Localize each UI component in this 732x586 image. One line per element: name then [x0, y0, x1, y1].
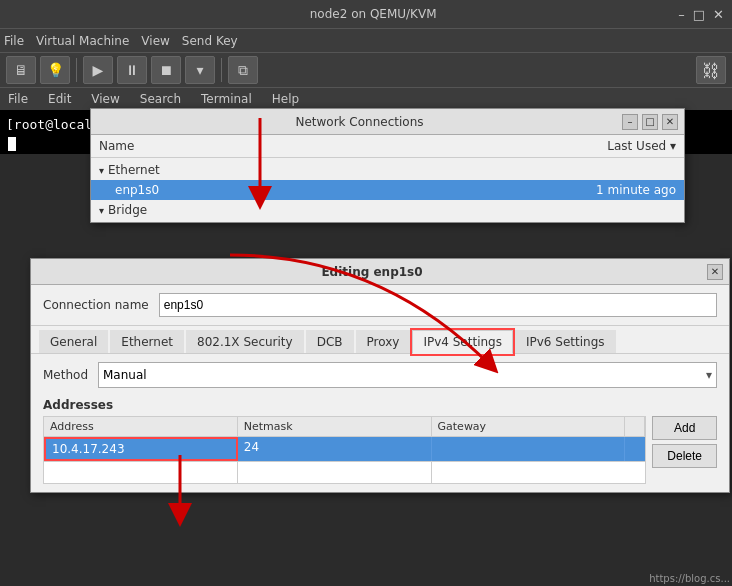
tab-dcb[interactable]: DCB: [306, 330, 354, 353]
ethernet-arrow: ▾: [99, 165, 104, 176]
net-conn-maximize[interactable]: □: [642, 114, 658, 130]
addr-cell-spacer: [625, 437, 645, 461]
app-menu-terminal[interactable]: Terminal: [197, 91, 256, 107]
tabs-bar: General Ethernet 802.1X Security DCB Pro…: [31, 326, 729, 354]
nc-item-time: 1 minute ago: [596, 183, 676, 197]
menu-send-key[interactable]: Send Key: [182, 34, 238, 48]
tab-ipv4[interactable]: IPv4 Settings: [412, 330, 513, 354]
delete-button[interactable]: Delete: [652, 444, 717, 468]
addr-col-spacer: [625, 417, 645, 436]
tab-ipv6[interactable]: IPv6 Settings: [515, 330, 616, 353]
addr-cell-netmask: 24: [238, 437, 432, 461]
addr-header-row: Address Netmask Gateway: [43, 416, 646, 437]
app-menu-bar: File Edit View Search Terminal Help: [0, 88, 732, 110]
toolbar-bulb-btn[interactable]: 💡: [40, 56, 70, 84]
toolbar-play-btn[interactable]: ▶: [83, 56, 113, 84]
network-connections-window: Network Connections – □ ✕ Name Last Used…: [90, 108, 685, 223]
empty-gateway[interactable]: [432, 462, 626, 483]
window-controls[interactable]: – □ ✕: [678, 7, 724, 22]
addr-col-netmask: Netmask: [238, 417, 432, 436]
ipv4-content: Method Manual ▾ Addresses Address Netmas…: [31, 354, 729, 492]
nc-list: ▾ Ethernet enp1s0 1 minute ago ▾ Bridge: [91, 158, 684, 222]
toolbar-network-btn[interactable]: ⛓: [696, 56, 726, 84]
addresses-label: Addresses: [43, 398, 717, 412]
empty-addr[interactable]: [44, 462, 238, 483]
net-conn-controls[interactable]: – □ ✕: [622, 114, 678, 130]
net-conn-title: Network Connections: [97, 115, 622, 129]
addr-table-wrapper: Address Netmask Gateway 10.4.17.243 24: [43, 416, 646, 484]
editing-close[interactable]: ✕: [707, 264, 723, 280]
addr-col-gateway: Gateway: [432, 417, 626, 436]
app-menu-help[interactable]: Help: [268, 91, 303, 107]
method-value: Manual: [103, 368, 147, 382]
toolbar-separator-2: [221, 58, 222, 82]
menu-file[interactable]: File: [4, 34, 24, 48]
conn-name-input[interactable]: [159, 293, 717, 317]
title-bar: node2 on QEMU/KVM – □ ✕: [0, 0, 732, 28]
toolbar-screenshot-btn[interactable]: ⧉: [228, 56, 258, 84]
editing-titlebar: Editing enp1s0 ✕: [31, 259, 729, 285]
app-menu-view[interactable]: View: [87, 91, 123, 107]
window-title: node2 on QEMU/KVM: [68, 7, 678, 21]
tab-proxy[interactable]: Proxy: [356, 330, 411, 353]
addr-buttons: Add Delete: [646, 416, 717, 468]
tab-8021x[interactable]: 802.1X Security: [186, 330, 304, 353]
nc-group-ethernet-header: ▾ Ethernet: [91, 160, 684, 180]
tab-general[interactable]: General: [39, 330, 108, 353]
nc-group-bridge-label: Bridge: [108, 203, 147, 217]
table-row[interactable]: 10.4.17.243 24: [43, 437, 646, 462]
tab-ethernet[interactable]: Ethernet: [110, 330, 184, 353]
empty-spacer: [625, 462, 645, 483]
method-label: Method: [43, 368, 88, 382]
app-menu-file[interactable]: File: [4, 91, 32, 107]
addresses-section: Addresses Address Netmask Gateway 10.4.1…: [43, 398, 717, 484]
menu-virtual-machine[interactable]: Virtual Machine: [36, 34, 129, 48]
empty-netmask[interactable]: [238, 462, 432, 483]
minimize-button[interactable]: –: [678, 7, 685, 22]
nc-group-ethernet-label: Ethernet: [108, 163, 160, 177]
nc-col-last-used: Last Used ▾: [607, 139, 676, 153]
terminal-cursor: [8, 137, 16, 151]
addr-col-address: Address: [44, 417, 238, 436]
vm-menu-bar: File Virtual Machine View Send Key: [0, 28, 732, 52]
app-menu-edit[interactable]: Edit: [44, 91, 75, 107]
add-button[interactable]: Add: [652, 416, 717, 440]
net-conn-minimize[interactable]: –: [622, 114, 638, 130]
addr-table-with-buttons: Address Netmask Gateway 10.4.17.243 24: [43, 416, 717, 484]
toolbar-monitor-btn[interactable]: 🖥: [6, 56, 36, 84]
close-button[interactable]: ✕: [713, 7, 724, 22]
watermark: https://blog.cs...: [649, 573, 730, 584]
bridge-arrow: ▾: [99, 205, 104, 216]
app-menu-search[interactable]: Search: [136, 91, 185, 107]
menu-view[interactable]: View: [141, 34, 169, 48]
conn-name-label: Connection name: [43, 298, 149, 312]
addr-empty-row: [43, 462, 646, 484]
dropdown-arrow-icon: ▾: [706, 368, 712, 382]
method-select[interactable]: Manual ▾: [98, 362, 717, 388]
method-row: Method Manual ▾: [43, 362, 717, 388]
editing-controls[interactable]: ✕: [707, 264, 723, 280]
maximize-button[interactable]: □: [693, 7, 705, 22]
nc-group-bridge-header: ▾ Bridge: [91, 200, 684, 220]
toolbar-separator: [76, 58, 77, 82]
net-conn-close[interactable]: ✕: [662, 114, 678, 130]
nc-col-name: Name: [99, 139, 134, 153]
editing-window: Editing enp1s0 ✕ Connection name General…: [30, 258, 730, 493]
nc-item-name: enp1s0: [115, 183, 159, 197]
editing-title: Editing enp1s0: [37, 265, 707, 279]
addr-cell-address: 10.4.17.243: [44, 437, 238, 461]
toolbar: 🖥 💡 ▶ ⏸ ⏹ ▾ ⧉ ⛓: [0, 52, 732, 88]
toolbar-stop-btn[interactable]: ⏹: [151, 56, 181, 84]
toolbar-dropdown-btn[interactable]: ▾: [185, 56, 215, 84]
addr-cell-gateway: [432, 437, 626, 461]
net-conn-titlebar: Network Connections – □ ✕: [91, 109, 684, 135]
nc-item-enp1s0[interactable]: enp1s0 1 minute ago: [91, 180, 684, 200]
nc-header: Name Last Used ▾: [91, 135, 684, 158]
toolbar-pause-btn[interactable]: ⏸: [117, 56, 147, 84]
conn-name-row: Connection name: [31, 285, 729, 326]
